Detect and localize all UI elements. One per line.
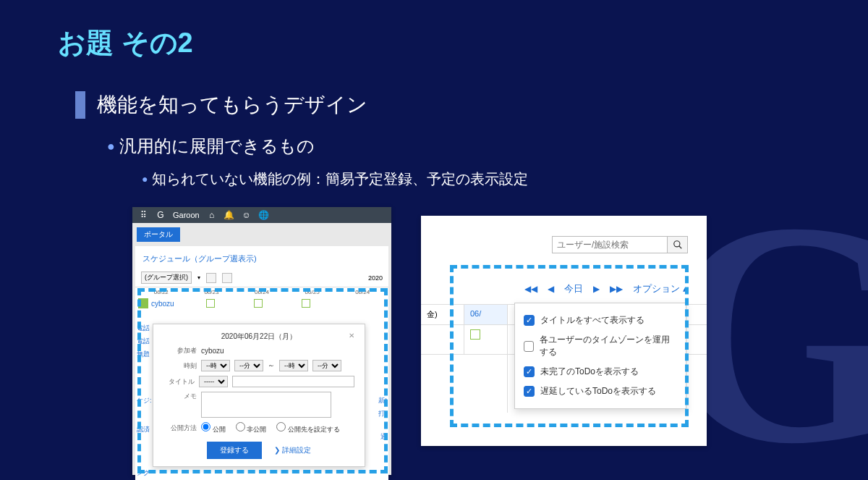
nav-prev-icon[interactable]: ◀: [548, 284, 554, 294]
option-show-overdue-todo[interactable]: ✓ 遅延しているToDoを表示する: [524, 382, 677, 401]
home-icon[interactable]: ⌂: [207, 210, 217, 220]
participant-label: 参加者: [163, 346, 197, 355]
radio-public[interactable]: 公開: [201, 422, 226, 434]
day-label: 金): [421, 305, 464, 324]
group-select[interactable]: (グループ選択): [141, 271, 192, 284]
memo-textarea[interactable]: [201, 392, 331, 418]
start-min-select[interactable]: --分: [234, 360, 263, 371]
screenshot-display-options: ◀◀ ◀ 今日 ▶ ▶▶ オプション ▴ 金) 06/ ✓ タイトルをすべて表示…: [421, 216, 707, 446]
close-icon[interactable]: ✕: [349, 332, 354, 340]
option-show-incomplete-todo[interactable]: ✓ 未完了のToDoを表示する: [524, 362, 677, 382]
slide-title: お題 その2: [58, 25, 193, 62]
portal-tab[interactable]: ポータル: [137, 227, 180, 242]
smile-icon[interactable]: ☺: [242, 210, 252, 220]
svg-point-0: [673, 241, 679, 247]
participant-value: cybozu: [201, 347, 224, 355]
option-label: 未完了のToDoを表示する: [540, 366, 639, 378]
date-col: 06/25: [288, 289, 337, 295]
event-chip[interactable]: 通: [380, 432, 387, 442]
portal-tab-row: ポータル: [132, 223, 391, 242]
tilde: ～: [268, 361, 275, 371]
nav-last-icon[interactable]: ▶▶: [610, 284, 623, 294]
event-chip[interactable]: ケジ:: [137, 396, 152, 405]
event-chip[interactable]: ンク: [137, 468, 150, 478]
detail-settings-link[interactable]: ❯ 詳細設定: [274, 446, 311, 454]
time-label: 時刻: [163, 361, 197, 371]
year-label: 2020: [368, 274, 383, 282]
popup-date-text: 2020年06月22日（月）: [221, 332, 297, 340]
nav-next-icon[interactable]: ▶: [593, 284, 600, 294]
end-min-select[interactable]: --分: [312, 360, 341, 371]
date-cell: 06/: [464, 305, 508, 324]
option-label: タイトルをすべて表示する: [540, 314, 644, 327]
schedule-toolbar: (グループ選択) ▾ 2020: [135, 269, 388, 287]
calendar-grid: 06/22 06/23 06/24 06/25 06/24 cybozu 電話 …: [135, 287, 388, 480]
search-bar: [552, 236, 688, 253]
brand-logo-icon: G: [156, 210, 166, 220]
grid-cell[interactable]: [464, 325, 508, 354]
schedule-header: スケジュール（グループ週表示): [135, 246, 388, 269]
user-row: cybozu: [135, 297, 388, 310]
event-chip[interactable]: 新t: [378, 396, 387, 405]
publish-label: 公開方法: [163, 424, 197, 433]
popup-date: 2020年06月22日（月） ✕: [163, 332, 354, 342]
title-input[interactable]: [232, 376, 354, 387]
option-user-timezone[interactable]: 各ユーザーのタイムゾーンを運用する: [524, 330, 677, 362]
calendar-nav: ◀◀ ◀ 今日 ▶ ▶▶ オプション ▴: [464, 282, 688, 295]
globe-icon[interactable]: 🌐: [259, 210, 269, 220]
bullet-level-2: 知られていない機能の例：簡易予定登録、予定の表示設定: [142, 169, 528, 189]
checkbox-checked-icon: ✓: [524, 386, 535, 397]
avatar: [138, 298, 148, 308]
search-icon: [673, 240, 683, 250]
event-chip[interactable]: 電話: [137, 324, 150, 333]
svg-line-1: [678, 246, 681, 249]
brand-name: Garoon: [173, 211, 200, 219]
option-label: 遅延しているToDoを表示する: [540, 385, 656, 397]
username[interactable]: cybozu: [151, 300, 174, 308]
title-category-select[interactable]: -----: [199, 376, 228, 387]
edit-icon[interactable]: [254, 299, 263, 308]
checkbox-checked-icon: ✓: [524, 366, 535, 377]
slide-subtitle: 機能を知ってもらうデザイン: [75, 91, 367, 119]
option-label: 各ユーザーのタイムゾーンを運用する: [540, 334, 677, 358]
radio-private[interactable]: 非公開: [236, 422, 267, 434]
start-hour-select[interactable]: --時: [201, 360, 230, 371]
quick-schedule-popup: 2020年06月22日（月） ✕ 参加者 cybozu 時刻 --時 --分 ～…: [153, 324, 365, 467]
event-chip[interactable]: 認済: [137, 425, 150, 434]
toolbar-icon-1[interactable]: [206, 273, 216, 283]
group-dropdown-caret[interactable]: ▾: [197, 274, 200, 281]
checkbox-unchecked-icon: [524, 341, 534, 352]
date-col: 06/22: [137, 289, 186, 295]
options-dropdown-menu: ✓ タイトルをすべて表示する 各ユーザーのタイムゾーンを運用する ✓ 未完了のT…: [514, 303, 686, 409]
apps-icon[interactable]: ⠿: [138, 210, 148, 220]
event-chip[interactable]: 無題: [137, 350, 150, 359]
edit-icon[interactable]: [302, 299, 310, 308]
date-col: 06/23: [187, 289, 237, 295]
toolbar-icon-2[interactable]: [222, 273, 232, 283]
screenshot-quick-schedule: ⠿ G Garoon ⌂ 🔔 ☺ 🌐 ポータル スケジュール（グループ週表示) …: [132, 207, 391, 475]
app-topbar: ⠿ G Garoon ⌂ 🔔 ☺ 🌐: [132, 207, 391, 223]
nav-first-icon[interactable]: ◀◀: [524, 284, 537, 294]
options-toggle[interactable]: オプション ▴: [633, 282, 688, 295]
submit-button[interactable]: 登録する: [207, 442, 262, 459]
event-chip[interactable]: 打:: [378, 409, 387, 418]
today-button[interactable]: 今日: [564, 282, 583, 295]
checkbox-checked-icon: ✓: [524, 315, 535, 326]
memo-label: メモ: [163, 392, 197, 401]
event-chip[interactable]: 電話: [137, 337, 150, 346]
empty-cell: [421, 325, 464, 354]
bell-icon[interactable]: 🔔: [224, 210, 234, 220]
edit-icon[interactable]: [470, 329, 480, 340]
date-col: 06/24: [237, 289, 286, 295]
date-header-row: 06/22 06/23 06/24 06/25 06/24: [135, 287, 388, 297]
search-button[interactable]: [668, 236, 688, 253]
title-label: タイトル: [163, 377, 195, 387]
search-input[interactable]: [552, 236, 668, 253]
bullet-level-1: 汎用的に展開できるもの: [107, 135, 315, 158]
end-hour-select[interactable]: --時: [279, 360, 308, 371]
option-show-all-titles[interactable]: ✓ タイトルをすべて表示する: [524, 311, 677, 330]
date-col: 06/24: [338, 289, 387, 295]
radio-select-targets[interactable]: 公開先を設定する: [276, 422, 340, 434]
edit-icon[interactable]: [206, 299, 215, 308]
empty-cell: [421, 355, 508, 413]
